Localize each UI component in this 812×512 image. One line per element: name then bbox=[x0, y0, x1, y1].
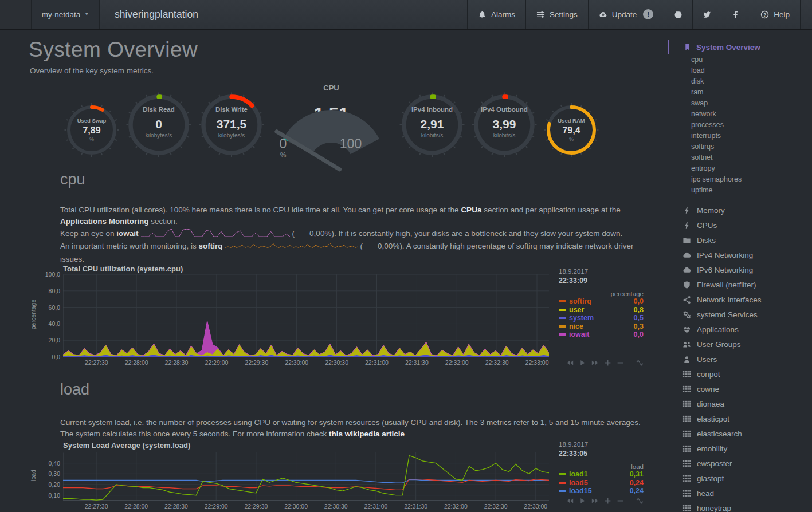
sidebar-item-users[interactable]: Users bbox=[668, 352, 812, 367]
gauge-disk-read[interactable]: Disk Read0kilobytes/s bbox=[125, 92, 192, 158]
sidebar-item-glastopf[interactable]: glastopf bbox=[668, 471, 812, 486]
legend-row-softirq[interactable]: softirq0,0 bbox=[559, 297, 645, 306]
load-chart[interactable]: System Load Average (system.load)0,400,3… bbox=[29, 441, 668, 512]
chart-pan-backward-button[interactable] bbox=[566, 359, 574, 367]
legend-swatch bbox=[559, 333, 566, 336]
sidebar-subitem-network[interactable]: network bbox=[668, 109, 812, 120]
sidebar-subitem-entropy[interactable]: entropy bbox=[668, 163, 812, 174]
chart-plot-area[interactable] bbox=[63, 274, 549, 359]
twitter-button[interactable] bbox=[692, 0, 721, 29]
sidebar-item-system-overview[interactable]: System Overview bbox=[668, 40, 812, 54]
sidebar-item-network-interfaces[interactable]: Network Interfaces bbox=[668, 292, 812, 307]
sidebar-subitem-softnet[interactable]: softnet bbox=[668, 152, 812, 163]
sidebar-subitem-interrupts[interactable]: interrupts bbox=[668, 131, 812, 141]
cpus-link[interactable]: CPUs bbox=[461, 206, 481, 214]
chart-pan-forward-button[interactable] bbox=[591, 497, 599, 505]
legend-row-iowait[interactable]: iowait0,0 bbox=[559, 330, 645, 339]
sidebar-item-emobility[interactable]: emobility bbox=[668, 441, 812, 456]
sidebar-item-applications[interactable]: Applications bbox=[668, 322, 812, 337]
sidebar-subitem-disk[interactable]: disk bbox=[668, 76, 812, 87]
facebook-button[interactable] bbox=[721, 0, 750, 29]
chart-zoom-in-button[interactable] bbox=[604, 497, 611, 505]
nav-toggle-button[interactable] bbox=[0, 0, 32, 29]
sidebar-item-head[interactable]: head bbox=[668, 486, 812, 501]
cloud-icon bbox=[682, 251, 691, 259]
navbar: my-netdata ▼ shiveringplantation AlarmsS… bbox=[0, 0, 812, 30]
folder-icon bbox=[682, 236, 691, 245]
update-button[interactable]: Update! bbox=[588, 0, 664, 29]
sidebar-item-conpot[interactable]: conpot bbox=[668, 367, 812, 381]
legend-row-nice[interactable]: nice0,3 bbox=[559, 322, 645, 331]
legend-row-system[interactable]: system0,5 bbox=[559, 314, 645, 322]
grid-icon bbox=[682, 489, 691, 498]
sidebar-item-ipv6-networking[interactable]: IPv6 Networking bbox=[668, 262, 812, 277]
legend-row-load5[interactable]: load50,24 bbox=[559, 479, 645, 487]
sidebar-item-honeytrap[interactable]: honeytrap bbox=[668, 501, 812, 512]
chart-pan-backward-button[interactable] bbox=[566, 497, 574, 505]
gauge-title: CPU bbox=[274, 84, 389, 92]
sidebar-subitem-cpu[interactable]: cpu bbox=[668, 54, 812, 65]
sidebar-item-label: emobility bbox=[697, 444, 727, 453]
gauge-disk-write[interactable]: Disk Write371,5kilobytes/s bbox=[198, 92, 265, 158]
sidebar-subitem-ipc-semaphores[interactable]: ipc semaphores bbox=[668, 174, 812, 185]
sidebar-item-elasticpot[interactable]: elasticpot bbox=[668, 411, 812, 426]
x-axis-tick: 22:28:00 bbox=[116, 359, 156, 366]
sidebar-subitem-load[interactable]: load bbox=[668, 65, 812, 76]
cloud-download-icon bbox=[599, 10, 607, 19]
github-button[interactable] bbox=[664, 0, 692, 29]
cpu-paragraph-3: An important metric worth monitoring, is… bbox=[60, 241, 645, 265]
sidebar-subitem-uptime[interactable]: uptime bbox=[668, 185, 812, 196]
help-button[interactable]: ?Help bbox=[750, 0, 800, 29]
sidebar-subitem-processes[interactable]: processes bbox=[668, 120, 812, 131]
settings-button[interactable]: Settings bbox=[525, 0, 588, 29]
sidebar-subitem-swap[interactable]: swap bbox=[668, 98, 812, 109]
gauge-used-swap[interactable]: Used Swap7,89% bbox=[64, 103, 119, 157]
gauge-cpu[interactable]: CPU1,510100% bbox=[274, 80, 389, 180]
sidebar-item-firewall-netfilter[interactable]: Firewall (netfilter) bbox=[668, 277, 812, 292]
chart-resize-button[interactable] bbox=[636, 497, 644, 505]
sidebar-item-label: head bbox=[697, 489, 714, 498]
legend-series-value: 0,0 bbox=[634, 330, 645, 338]
sidebar-item-systemd-services[interactable]: systemd Services bbox=[668, 307, 812, 322]
sidebar-item-cpus[interactable]: CPUs bbox=[668, 218, 812, 233]
sidebar-item-dionaea[interactable]: dionaea bbox=[668, 396, 812, 411]
softirq-label: softirq bbox=[199, 242, 223, 250]
wikipedia-link[interactable]: this wikipedia article bbox=[329, 430, 405, 438]
sidebar-item-ewsposter[interactable]: ewsposter bbox=[668, 456, 812, 471]
gauge-value: 7,89 bbox=[64, 125, 119, 136]
legend-series-value: 0,24 bbox=[630, 487, 645, 495]
chart-play-button[interactable] bbox=[579, 359, 586, 367]
sidebar-item-cowrie[interactable]: cowrie bbox=[668, 381, 812, 396]
sidebar-item-elasticsearch[interactable]: elasticsearch bbox=[668, 426, 812, 441]
chart-zoom-in-button[interactable] bbox=[604, 359, 611, 367]
sidebar-subitem-ram[interactable]: ram bbox=[668, 87, 812, 98]
gauge-ipv4-inbound[interactable]: IPv4 Inbound2,91kilobits/s bbox=[399, 92, 465, 158]
gauge-title: Used RAM bbox=[544, 117, 599, 124]
gauge-ipv4-outbound[interactable]: IPv4 Outbound3,99kilobits/s bbox=[471, 92, 538, 158]
chart-zoom-out-button[interactable] bbox=[617, 497, 624, 505]
legend-series-name: load5 bbox=[569, 479, 630, 487]
y-axis-label: load bbox=[30, 448, 37, 503]
sidebar-item-label: User Groups bbox=[697, 340, 741, 349]
chart-plot-area[interactable] bbox=[63, 452, 549, 503]
gauge-used-ram[interactable]: Used RAM79,4% bbox=[544, 103, 599, 157]
sidebar-item-label: Memory bbox=[697, 206, 725, 215]
alarms-button[interactable]: Alarms bbox=[467, 0, 525, 29]
legend-swatch bbox=[559, 490, 566, 492]
sidebar-subitem-softirqs[interactable]: softirqs bbox=[668, 141, 812, 152]
chart-play-button[interactable] bbox=[579, 497, 586, 505]
sidebar-item-user-groups[interactable]: User Groups bbox=[668, 337, 812, 352]
legend-row-load15[interactable]: load150,24 bbox=[559, 487, 645, 495]
chart-resize-button[interactable] bbox=[636, 359, 644, 367]
my-netdata-menu[interactable]: my-netdata ▼ bbox=[32, 0, 100, 29]
cpu-chart[interactable]: Total CPU utilization (system.cpu)100,08… bbox=[29, 265, 668, 371]
legend-series-value: 0,8 bbox=[634, 306, 645, 314]
my-netdata-menu-label: my-netdata bbox=[42, 10, 81, 19]
sidebar-item-disks[interactable]: Disks bbox=[668, 233, 812, 247]
legend-row-user[interactable]: user0,8 bbox=[559, 306, 645, 314]
chart-pan-forward-button[interactable] bbox=[591, 359, 599, 367]
sidebar-item-ipv4-networking[interactable]: IPv4 Networking bbox=[668, 247, 812, 262]
chart-zoom-out-button[interactable] bbox=[617, 359, 624, 367]
sidebar-item-memory[interactable]: Memory bbox=[668, 203, 812, 218]
legend-row-load1[interactable]: load10,31 bbox=[559, 470, 645, 479]
